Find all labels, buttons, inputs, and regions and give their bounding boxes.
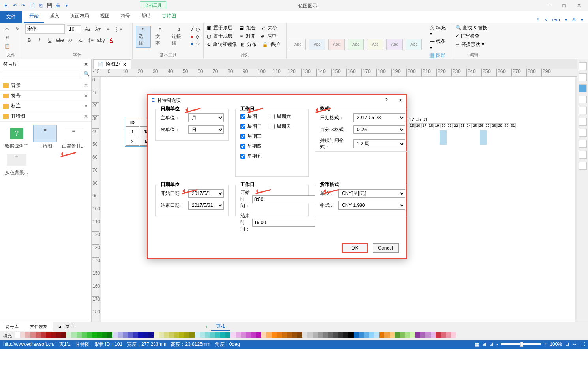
main-unit-select[interactable]: 月 — [188, 113, 224, 122]
size-label[interactable]: 大小 — [268, 24, 277, 31]
close-icon[interactable]: ✕ — [84, 83, 88, 88]
date-format-select[interactable]: 2017-05-23 — [353, 113, 405, 122]
qat-more-icon[interactable]: ▾ — [63, 2, 70, 9]
maximize-button[interactable]: □ — [558, 2, 570, 9]
print-icon[interactable]: 🖶 — [54, 2, 62, 9]
fill-button[interactable]: ▨ 填充 ▾ — [430, 24, 449, 37]
copy-icon[interactable]: ⎘ — [3, 33, 11, 42]
currency-unit-select[interactable]: CNY[￥][元] — [338, 189, 405, 198]
bullets-icon[interactable]: ⋮≡ — [114, 25, 122, 34]
italic-button[interactable]: I — [36, 36, 43, 45]
style-item-1[interactable]: Abc — [290, 39, 306, 50]
distribute-icon[interactable]: ⊞ — [241, 42, 245, 47]
close-icon[interactable]: ✕ — [84, 114, 88, 119]
protect-icon[interactable]: 🔒 — [262, 42, 268, 47]
tab-symbol[interactable]: 符号 — [115, 10, 136, 23]
tab-pagelayout[interactable]: 页面布局 — [65, 10, 95, 23]
select-tool-button[interactable]: ↖选择 — [136, 26, 151, 48]
fit-page-icon[interactable]: ⊡ — [565, 342, 569, 347]
tuesday-checkbox[interactable]: 星期二 — [240, 123, 262, 130]
shape-data-source[interactable]: ?数据源例子 — [3, 125, 30, 150]
right-tool-1[interactable] — [579, 62, 587, 70]
end-time-input[interactable] — [252, 219, 315, 227]
zoom-slider[interactable] — [501, 343, 541, 345]
right-tool-4[interactable] — [579, 96, 587, 103]
page-label[interactable]: 页-1 — [65, 323, 74, 330]
bring-front-icon[interactable]: ▣ — [207, 25, 211, 31]
format-painter-icon[interactable]: ✎ — [13, 24, 21, 33]
style-item-4[interactable]: Abc — [348, 39, 364, 50]
zoom-in-button[interactable]: + — [544, 342, 547, 347]
doc-tab-close-icon[interactable]: ✕ — [123, 62, 127, 67]
superscript-button[interactable]: x² — [66, 36, 74, 45]
category-callout[interactable]: 标注✕ — [0, 101, 91, 111]
underline-button[interactable]: U — [46, 36, 54, 45]
sub-unit-select[interactable]: 日 — [188, 125, 224, 134]
tab-gantt[interactable]: 甘特图 — [156, 10, 182, 23]
page-nav-left[interactable]: ◄ — [57, 324, 62, 330]
style-item-3[interactable]: Abc — [328, 39, 345, 50]
increase-font-icon[interactable]: A▴ — [84, 25, 92, 34]
sunday-checkbox[interactable]: 星期天 — [270, 123, 291, 130]
friday-checkbox[interactable]: 星期五 — [240, 153, 262, 160]
qat-icon-1[interactable]: 📄 — [28, 2, 36, 9]
distribute-label[interactable]: 分布 — [247, 41, 257, 48]
page-tab[interactable]: 页-1 — [211, 322, 230, 331]
fullscreen-icon[interactable]: ⛶ — [580, 342, 585, 347]
paste-icon[interactable]: 📋 — [3, 42, 11, 51]
minimize-button[interactable]: — — [543, 2, 555, 9]
end-date-select[interactable]: 2017/5/31 — [188, 201, 224, 210]
view-icon-3[interactable]: ⊡ — [489, 342, 493, 347]
file-tab[interactable]: 文件 — [0, 11, 22, 23]
shape-gray-bg-gantt[interactable]: ≡灰色背景... — [3, 151, 30, 176]
right-tool-7[interactable] — [579, 129, 587, 137]
subscript-button[interactable]: x₂ — [77, 36, 84, 45]
sidepanel-close-icon[interactable]: ✕ — [84, 62, 88, 67]
category-gantt[interactable]: 甘特图✕ — [0, 111, 91, 122]
combine-label[interactable]: 组合 — [246, 24, 256, 31]
align-icon[interactable]: ⊟ — [240, 34, 243, 39]
find-replace-button[interactable]: 🔍 查找 & 替换 — [455, 24, 492, 31]
style-item-7[interactable]: Abc — [406, 39, 422, 50]
tab-insert[interactable]: 插入 — [44, 10, 65, 23]
help-dropdown-icon[interactable]: ▾ — [581, 17, 583, 23]
ok-button[interactable]: OK — [342, 243, 368, 253]
start-time-input[interactable] — [252, 195, 315, 203]
bottom-tab-library[interactable]: 符号库 — [0, 322, 24, 331]
thursday-checkbox[interactable]: 星期四 — [240, 143, 262, 150]
share-icon[interactable]: < — [545, 17, 548, 23]
duration-format-select[interactable]: 1.2 周 — [353, 139, 405, 148]
close-icon[interactable]: ✕ — [84, 103, 88, 109]
dialog-close-button[interactable]: ✕ — [399, 98, 403, 103]
circle-shape-icon[interactable]: ● — [191, 41, 193, 47]
search-icon[interactable]: 🔍 — [84, 71, 90, 79]
center-label[interactable]: 居中 — [267, 33, 277, 39]
saturday-checkbox[interactable]: 星期六 — [270, 113, 291, 120]
undo-icon[interactable]: ↶ — [11, 2, 18, 9]
send-back-icon[interactable]: ▢ — [207, 34, 211, 39]
url-link[interactable]: http://www.edrawsoft.cn/ — [3, 342, 54, 347]
add-page-button[interactable]: + — [205, 324, 208, 330]
bold-button[interactable]: B — [25, 36, 33, 45]
category-background[interactable]: 背景✕ — [0, 81, 91, 91]
send-back-label[interactable]: 置于底层 — [213, 33, 232, 39]
tab-help[interactable]: 帮助 — [136, 10, 156, 23]
right-tool-2[interactable] — [579, 73, 587, 81]
wednesday-checkbox[interactable]: 星期三 — [240, 133, 262, 140]
doc-tab[interactable]: 📄 绘图27 ✕ — [93, 59, 131, 69]
text-tool-button[interactable]: A文本 — [153, 26, 167, 47]
shape-white-bg-gantt[interactable]: ≡白背景甘... — [60, 125, 87, 150]
shape-more-3-icon[interactable]: ☆ — [196, 41, 200, 47]
line-shape-icon[interactable]: ╱ — [191, 27, 193, 32]
color-strip[interactable] — [15, 332, 456, 339]
connector-tool-button[interactable]: ↯连接线 — [169, 26, 188, 47]
close-button[interactable]: ✕ — [573, 2, 585, 9]
shape-more-2-icon[interactable]: ◇ — [196, 34, 200, 39]
style-item-2[interactable]: Abc — [309, 39, 325, 50]
center-icon[interactable]: ⊕ — [261, 34, 265, 39]
bring-front-label[interactable]: 置于顶层 — [213, 24, 232, 31]
replace-shape-button[interactable]: ↔ 替换形状 ▾ — [455, 41, 492, 48]
shape-gantt[interactable]: ≡甘特图 — [32, 125, 58, 150]
percent-format-select[interactable]: 0.0% — [353, 125, 405, 134]
cancel-button[interactable]: Cancel — [373, 243, 399, 253]
